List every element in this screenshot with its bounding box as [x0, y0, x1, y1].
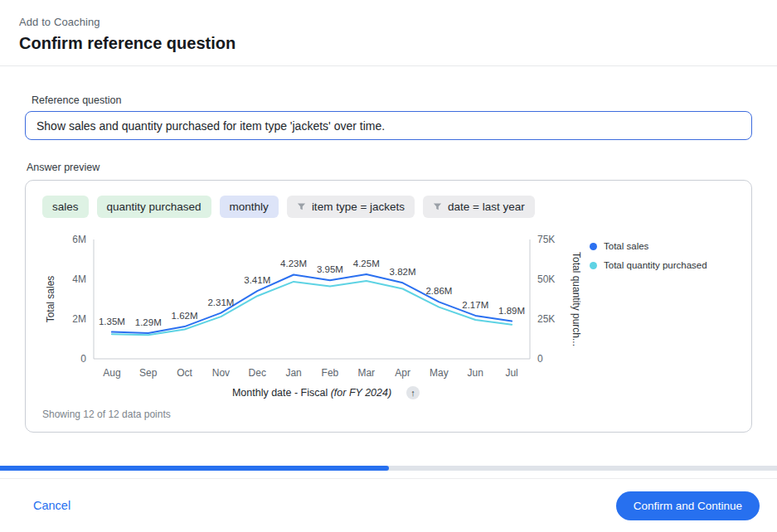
svg-text:Feb: Feb [322, 367, 339, 379]
svg-text:1.35M: 1.35M [99, 317, 125, 326]
chip-quantity-purchased[interactable]: quantity purchased [97, 196, 211, 218]
svg-text:Total sales: Total sales [45, 276, 56, 323]
chart-svg: 02M4M6M025K50K75KAugSepOctNovDecJanFebMa… [42, 230, 590, 405]
chip-label: item type = jackets [312, 201, 405, 213]
legend-item-total-sales[interactable]: Total sales [590, 241, 735, 251]
svg-text:1.89M: 1.89M [498, 306, 525, 316]
reference-question-label: Reference question [32, 94, 752, 106]
progress-fill [0, 466, 389, 471]
svg-text:75K: 75K [537, 234, 555, 245]
svg-text:Sep: Sep [139, 367, 158, 379]
progress-bar [0, 466, 777, 471]
svg-text:Monthly date - Fiscal (for FY: Monthly date - Fiscal (for FY 2024) [232, 387, 391, 399]
svg-text:Aug: Aug [103, 367, 120, 379]
answer-preview-panel: sales quantity purchased monthly item ty… [25, 180, 752, 433]
data-points-footnote: Showing 12 of 12 data points [42, 409, 735, 420]
svg-text:Jun: Jun [468, 367, 483, 379]
modal-body: Reference question Answer preview sales … [0, 66, 777, 433]
modal-footer: Cancel Confirm and Continue [0, 479, 777, 532]
svg-text:2.17M: 2.17M [462, 300, 488, 310]
query-chips: sales quantity purchased monthly item ty… [42, 196, 735, 218]
svg-text:4M: 4M [72, 273, 86, 285]
chip-monthly[interactable]: monthly [220, 196, 279, 218]
svg-text:50K: 50K [537, 273, 555, 285]
answer-preview-label: Answer preview [27, 162, 752, 173]
svg-text:2M: 2M [72, 313, 86, 325]
page-title: Confirm reference question [19, 34, 757, 53]
legend-dot-total-quantity [590, 262, 597, 269]
legend-label: Total sales [604, 241, 648, 251]
cancel-button[interactable]: Cancel [33, 499, 70, 512]
svg-text:1.29M: 1.29M [135, 317, 162, 327]
svg-text:3.95M: 3.95M [317, 264, 343, 274]
confirm-and-continue-button[interactable]: Confirm and Continue [616, 491, 760, 520]
svg-text:Nov: Nov [212, 367, 230, 379]
svg-text:25K: 25K [537, 313, 555, 325]
legend-label: Total quantity purchased [604, 260, 707, 270]
chip-filter-date[interactable]: date = last year [423, 196, 535, 218]
svg-text:1.62M: 1.62M [172, 311, 198, 321]
filter-icon [297, 202, 306, 211]
svg-text:Dec: Dec [249, 367, 266, 379]
svg-text:Oct: Oct [177, 367, 192, 379]
svg-text:2.86M: 2.86M [425, 286, 452, 296]
svg-text:↑: ↑ [410, 388, 415, 398]
chip-sales[interactable]: sales [42, 196, 89, 218]
svg-text:0: 0 [80, 353, 86, 365]
svg-text:3.82M: 3.82M [390, 267, 416, 277]
svg-text:3.41M: 3.41M [244, 275, 270, 285]
chart-area: 02M4M6M025K50K75KAugSepOctNovDecJanFebMa… [42, 230, 735, 405]
svg-text:Jul: Jul [505, 367, 517, 379]
filter-icon [433, 202, 442, 211]
svg-text:Mar: Mar [357, 367, 375, 379]
chart-legend: Total sales Total quantity purchased [590, 230, 735, 405]
modal-header: Add to Coaching Confirm reference questi… [0, 0, 777, 66]
svg-text:Total quantity purch...: Total quantity purch... [571, 252, 582, 346]
svg-text:4.23M: 4.23M [280, 259, 307, 268]
svg-text:4.25M: 4.25M [353, 259, 380, 268]
svg-text:0: 0 [537, 353, 543, 365]
legend-item-total-quantity[interactable]: Total quantity purchased [590, 260, 735, 270]
legend-dot-total-sales [590, 243, 597, 250]
chip-label: date = last year [448, 201, 525, 213]
svg-text:6M: 6M [72, 234, 86, 245]
svg-text:2.31M: 2.31M [207, 297, 234, 307]
breadcrumb: Add to Coaching [19, 16, 757, 28]
svg-text:Jan: Jan [285, 367, 301, 379]
svg-text:May: May [430, 367, 449, 379]
chip-filter-item-type[interactable]: item type = jackets [287, 196, 415, 218]
reference-question-input[interactable] [25, 111, 752, 140]
svg-text:Apr: Apr [395, 367, 410, 379]
